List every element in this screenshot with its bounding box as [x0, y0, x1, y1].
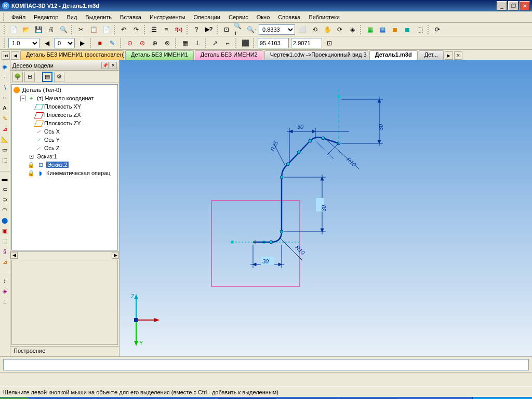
tree-filter-button[interactable]: ▤ [42, 72, 52, 82]
menu-file[interactable]: Файл [7, 13, 30, 21]
maximize-button[interactable]: ❐ [508, 1, 518, 10]
sketch-button[interactable]: ✎ [107, 37, 118, 49]
tool-fillet[interactable]: ◠ [0, 205, 9, 215]
ortho-button[interactable]: ⊥ [192, 37, 203, 49]
hidden-button[interactable]: ▦ [377, 24, 388, 35]
tree-origin[interactable]: − ⌖ (т) Начало координат [13, 94, 116, 102]
perspective-button[interactable]: ⬚ [414, 24, 425, 35]
tree-kinematic[interactable]: 🔒◗Кинематическая операц [13, 169, 116, 177]
panel-pin-button[interactable]: 📌 [101, 62, 109, 69]
tree-root[interactable]: 🟠 Деталь (Тел-0) [13, 86, 116, 94]
copy-button[interactable]: 📋 [88, 24, 99, 35]
tool-distance[interactable]: ↕ [0, 276, 9, 285]
rotate-button[interactable]: ⟳ [334, 24, 345, 35]
doc-tab[interactable]: Деталь БЕЗ ИМЕНИ1 (восстановлен) [20, 50, 124, 60]
drawing-canvas[interactable]: 30 R10 30 30 R15 R10 30 [119, 60, 532, 356]
tool-revolve[interactable]: ⊂ [0, 184, 9, 194]
tree-collapse-button[interactable]: ⊟ [24, 72, 35, 82]
pan-button[interactable]: ✋ [322, 24, 333, 35]
grid-button[interactable]: ▦ [179, 37, 191, 49]
tool-sweep[interactable]: ⊃ [0, 195, 9, 204]
redo-button[interactable]: ↷ [130, 24, 142, 35]
tool-geometry[interactable]: ◉ [0, 62, 9, 71]
model-tree[interactable]: 🟠 Деталь (Тел-0) − ⌖ (т) Начало координа… [11, 84, 118, 250]
tool-select[interactable]: ▭ [0, 145, 9, 154]
menu-operations[interactable]: Операции [190, 13, 224, 21]
tool-point[interactable]: · [0, 72, 9, 82]
scale-select[interactable]: 1.0 [8, 38, 39, 48]
undo-button[interactable]: ↶ [118, 24, 129, 35]
tree-axis-y[interactable]: ⟋Ось Y [13, 136, 116, 144]
print-button[interactable]: 🖨 [45, 24, 57, 35]
minimize-button[interactable]: _ [497, 1, 507, 10]
tree-settings-button[interactable]: ⚙ [54, 72, 64, 82]
tool-extrude[interactable]: ▬ [0, 174, 9, 183]
tool-edit[interactable]: ✎ [0, 114, 9, 123]
sketch-path[interactable] [253, 137, 339, 242]
menu-window[interactable]: Окно [252, 13, 274, 21]
tool-text[interactable]: A [0, 103, 9, 113]
menu-select[interactable]: Выделить [81, 13, 116, 21]
tab-next-button[interactable]: ▶ [445, 51, 453, 60]
tool-pattern[interactable]: ⬚ [0, 236, 9, 246]
zoom-prev-button[interactable]: ⟲ [309, 24, 321, 35]
tool-dimension[interactable]: ↔ [0, 93, 9, 102]
tree-sketch2[interactable]: 🔒⊡Эскиз:2 [13, 161, 116, 169]
menu-libraries[interactable]: Библиотеки [304, 13, 344, 21]
snap-center-button[interactable]: ⊕ [149, 37, 161, 49]
tree-axis-x[interactable]: ⟋Ось X [13, 127, 116, 136]
doc-tab[interactable]: Дет... [419, 50, 444, 60]
tool-line[interactable]: ∖ [0, 83, 9, 92]
snap-end-button[interactable]: ⊙ [124, 37, 136, 49]
scroll-left-button[interactable]: ◀ [10, 252, 18, 259]
snap-intersect-button[interactable]: ⊗ [162, 37, 173, 49]
tree-sketch1[interactable]: ⊡Эскиз:1 [13, 152, 116, 161]
refresh-button[interactable]: ⟳ [432, 24, 443, 35]
menu-service[interactable]: Сервис [224, 13, 252, 21]
doc-tab[interactable]: Чертеж1.cdw ->Проекционный вид 3 [264, 50, 368, 60]
panel-close-button[interactable]: ✕ [110, 62, 117, 69]
tree-mode-button[interactable]: 🌳 [12, 72, 23, 82]
tool-measure[interactable]: 📐 [0, 135, 9, 144]
tree-plane-zy[interactable]: Плоскость ZY [13, 119, 116, 127]
snap-mid-button[interactable]: ⊘ [137, 37, 148, 49]
help-button[interactable]: ? [191, 24, 202, 35]
paste-button[interactable]: 📄 [100, 24, 112, 35]
tool-surface[interactable]: ◈ [0, 286, 9, 296]
menu-view[interactable]: Вид [62, 13, 81, 21]
zoom-in-button[interactable]: 🔍+ [233, 24, 245, 35]
layer-select[interactable]: 0 [54, 38, 75, 48]
collapse-icon[interactable]: − [20, 96, 26, 101]
shaded-button[interactable]: ◼ [389, 24, 401, 35]
orientation-button[interactable]: ◈ [347, 24, 358, 35]
menu-help[interactable]: Справка [274, 13, 304, 21]
tree-plane-xy[interactable]: Плоскость XY [13, 102, 116, 111]
coord-lock-button[interactable]: ⊡ [324, 37, 335, 49]
doc-tab[interactable]: Деталь БЕЗ ИМЕНИ2 [195, 50, 263, 60]
layers-button[interactable]: ≡ [161, 24, 172, 35]
arrow-left-icon[interactable]: ◀ [41, 37, 52, 49]
local-cs-button[interactable]: ↗ [209, 37, 221, 49]
bottom-tab[interactable]: Построение [10, 346, 119, 356]
stop-button[interactable]: ■ [94, 37, 105, 49]
tool-hole[interactable]: ⬤ [0, 216, 9, 225]
coord-y-input[interactable] [291, 38, 322, 48]
cut-button[interactable]: ✂ [75, 24, 87, 35]
tool-shell[interactable]: ▣ [0, 226, 9, 235]
arrow-right-icon[interactable]: ▶ [76, 37, 88, 49]
scroll-right-button[interactable]: ▶ [112, 252, 119, 259]
menu-insert[interactable]: Вставка [116, 13, 145, 21]
property-grid[interactable] [11, 260, 118, 345]
tool-rib[interactable]: ⊿ [0, 257, 9, 267]
tree-axis-z[interactable]: ⟋Ось Z [13, 144, 116, 152]
whatsthis-button[interactable]: ▶? [203, 24, 215, 35]
doc-tab[interactable]: Деталь БЕЗ ИМЕНИ1 [125, 50, 194, 60]
zoom-window-button[interactable]: ⬜ [297, 24, 308, 35]
tool-param[interactable]: ⊿ [0, 124, 9, 134]
zoom-out-button[interactable]: 🔍- [246, 24, 257, 35]
variables-button[interactable]: f(x) [173, 24, 184, 35]
tab-prev-button[interactable]: ◀ [11, 51, 19, 60]
open-button[interactable]: 📂 [20, 24, 32, 35]
shaded-edges-button[interactable]: ◼ [402, 24, 413, 35]
new-button[interactable]: 📄 [8, 24, 19, 35]
